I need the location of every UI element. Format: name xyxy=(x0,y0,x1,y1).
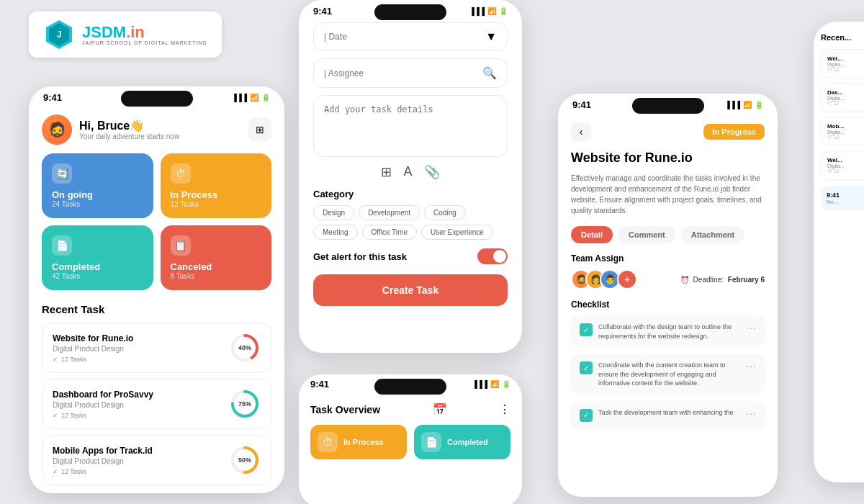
mini-task-2[interactable]: Das... Digita... ⏱ 12 xyxy=(821,83,864,112)
deadline: ⏰ Deadline: February 6 xyxy=(680,276,765,284)
more-dots-3[interactable]: ⋯ xyxy=(746,408,756,420)
check-icon-1: ✓ xyxy=(580,323,593,336)
task-title-3: Mobile Apps for Track.id xyxy=(53,446,153,456)
task-card-3[interactable]: Mobile Apps for Track.id Digital Product… xyxy=(42,435,271,485)
status-bar-4: 9:41 ▐▐▐ 📶 🔋 xyxy=(558,94,778,116)
date-field[interactable]: ▼ xyxy=(313,22,508,51)
details-field[interactable] xyxy=(313,95,508,157)
alert-toggle[interactable] xyxy=(477,248,508,264)
alert-row: Get alert for this task xyxy=(313,248,508,264)
task-subtitle-3: Digital Product Design xyxy=(53,457,153,465)
overview-inprocess[interactable]: ⏱ In Process xyxy=(310,425,407,459)
stat-completed[interactable]: 📄 Completed 42 Tasks xyxy=(42,225,153,290)
details-input[interactable] xyxy=(324,104,497,145)
phone-right-panel: Recen... Wel... Digita... ⏱ 12 Das... Di… xyxy=(814,22,864,482)
tag-meeting[interactable]: Meeting xyxy=(313,225,358,240)
tab-attachment[interactable]: Attachment xyxy=(681,226,745,243)
progress-circle-2: 75% xyxy=(229,388,261,420)
stat-inprocess[interactable]: ⏱ In Process 12 Tasks xyxy=(161,153,272,218)
logo-text: JSDM.in JAIPUR SCHOOL OF DIGITAL MARKETI… xyxy=(82,24,207,45)
category-tags: Design Development Coding Meeting Office… xyxy=(313,205,508,240)
mini-task-4[interactable]: Wel... Digita... ⏱ 12 xyxy=(821,150,864,180)
task-meta-2: ✓ 12 Tasks xyxy=(53,412,153,419)
assignee-field[interactable]: 🔍 xyxy=(313,58,508,88)
mini-task-1[interactable]: Wel... Digita... ⏱ 12 xyxy=(821,49,864,78)
progress-circle-1: 40% xyxy=(229,332,261,364)
battery-icon-4: 🔋 xyxy=(755,101,763,109)
wifi-icon-3: 📶 xyxy=(490,380,499,388)
status-icons-2: ▐▐▐ 📶 🔋 xyxy=(469,7,508,15)
check-icon-1: ✓ xyxy=(53,356,58,363)
battery-icon-2: 🔋 xyxy=(499,7,508,15)
text-toolbar-icon[interactable]: A xyxy=(403,164,412,180)
check-icon-3: ✓ xyxy=(53,468,58,475)
battery-icon: 🔋 xyxy=(261,94,270,102)
assignee-input[interactable] xyxy=(324,68,482,78)
overview-completed[interactable]: 📄 Completed xyxy=(414,425,510,459)
tag-design[interactable]: Design xyxy=(313,205,354,220)
calendar-icon-3[interactable]: 📅 xyxy=(433,402,447,416)
user-header: 🧔 Hi, Bruce👋 Your daily adventure starts… xyxy=(29,109,284,153)
back-row: ‹ In Progress xyxy=(558,116,778,150)
checklist-text-1: Collaborate with the design team to outl… xyxy=(598,323,740,341)
progress-label-3: 50% xyxy=(238,456,251,464)
progress-label-1: 40% xyxy=(238,344,251,351)
task-card-1[interactable]: Website for Rune.io Digital Product Desi… xyxy=(42,323,271,373)
create-task-button[interactable]: Create Task xyxy=(313,274,508,306)
check-icon-3: ✓ xyxy=(580,409,593,422)
more-dots-2[interactable]: ⋯ xyxy=(746,361,756,372)
recent-panel-content: Recen... Wel... Digita... ⏱ 12 Das... Di… xyxy=(814,22,864,217)
task-card-2[interactable]: Dashboard for ProSavvy Digital Product D… xyxy=(42,379,271,429)
checklist-text-3: Task the development team with enhancing… xyxy=(598,408,740,418)
grid-toolbar-icon[interactable]: ⊞ xyxy=(381,164,392,180)
overview-header: Task Overview 📅 ⋮ xyxy=(310,402,510,416)
stat-ongoing[interactable]: 🔄 On going 24 Tasks xyxy=(42,153,153,218)
status-bar-3: 9:41 ▐▐▐ 📶 🔋 xyxy=(299,374,522,394)
date-input[interactable] xyxy=(324,32,485,42)
logo-area: J JSDM.in JAIPUR SCHOOL OF DIGITAL MARKE… xyxy=(29,12,222,58)
phone-create-task: 9:41 ▐▐▐ 📶 🔋 ▼ 🔍 ⊞ A 📎 Category Design xyxy=(299,0,522,353)
inprocess-overview-icon: ⏱ xyxy=(318,432,338,452)
status-time-3: 9:41 xyxy=(310,379,329,390)
check-icon-2: ✓ xyxy=(53,412,58,419)
in-progress-badge: In Progress xyxy=(703,124,765,140)
notch-2 xyxy=(374,4,446,20)
tab-detail[interactable]: Detail xyxy=(571,226,613,243)
tab-comment[interactable]: Comment xyxy=(618,226,675,243)
phone-task-overview: 9:41 ▐▐▐ 📶 🔋 Task Overview 📅 ⋮ ⏱ In Proc… xyxy=(299,374,522,504)
inprocess-count: 12 Tasks xyxy=(171,200,262,208)
canceled-icon: 📋 xyxy=(171,235,191,256)
ongoing-icon: 🔄 xyxy=(52,163,72,184)
tag-ux[interactable]: User Experience xyxy=(421,225,493,240)
team-label: Team Assign xyxy=(571,253,765,264)
tab-row: Detail Comment Attachment xyxy=(558,226,778,243)
toolbar-icons: ⊞ A 📎 xyxy=(313,164,508,180)
overview-cards: ⏱ In Process 📄 Completed xyxy=(310,425,510,459)
tag-coding[interactable]: Coding xyxy=(424,205,466,220)
stat-canceled[interactable]: 📋 Canceled 8 Tasks xyxy=(161,225,272,290)
mini-task-3[interactable]: Mob... Digita... ⏱ 12 xyxy=(821,117,864,146)
signal-icon-3: ▐▐▐ xyxy=(472,380,487,388)
phone-task-detail: 9:41 ▐▐▐ 📶 🔋 ‹ In Progress Website for R… xyxy=(558,94,778,497)
more-icon-3[interactable]: ⋮ xyxy=(499,402,510,416)
mini-title-3: Mob... xyxy=(827,123,864,130)
back-button[interactable]: ‹ xyxy=(571,122,591,142)
tag-development[interactable]: Development xyxy=(359,205,420,220)
user-info: 🧔 Hi, Bruce👋 Your daily adventure starts… xyxy=(42,114,179,145)
tag-officetime[interactable]: Office Time xyxy=(362,225,417,240)
progress-circle-3: 50% xyxy=(229,444,261,476)
svg-text:J: J xyxy=(57,30,62,40)
checklist-section: Checklist ✓ Collaborate with the design … xyxy=(558,300,778,429)
checklist-item-3: ✓ Task the development team with enhanci… xyxy=(571,401,765,429)
grid-icon[interactable]: ⊞ xyxy=(248,118,271,141)
checklist-label: Checklist xyxy=(571,300,765,310)
wifi-icon-2: 📶 xyxy=(487,7,496,15)
avatar: 🧔 xyxy=(42,114,72,145)
completed-overview-label: Completed xyxy=(447,438,488,446)
completed-label: Completed xyxy=(52,261,143,272)
attachment-toolbar-icon[interactable]: 📎 xyxy=(424,164,440,180)
add-member-button[interactable]: + xyxy=(617,269,637,289)
more-dots-1[interactable]: ⋯ xyxy=(746,323,756,334)
mini-meta-2: ⏱ 12 xyxy=(827,101,864,106)
greeting: Hi, Bruce👋 xyxy=(79,119,179,132)
